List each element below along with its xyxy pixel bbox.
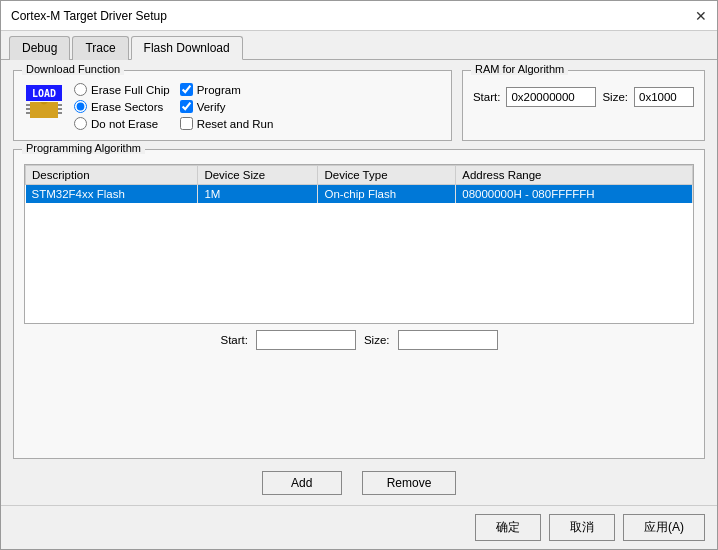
table-head: Description Device Size Device Type Addr… [26, 166, 693, 185]
svg-rect-6 [58, 104, 62, 106]
program-check[interactable]: Program [180, 83, 274, 96]
svg-rect-7 [58, 108, 62, 110]
add-button[interactable]: Add [262, 471, 342, 495]
content-area: Download Function LOAD [1, 60, 717, 505]
download-function-title: Download Function [22, 63, 124, 75]
verify-check[interactable]: Verify [180, 100, 274, 113]
ram-start-label: Start: [473, 91, 500, 103]
download-function-group: Download Function LOAD [13, 70, 452, 141]
prog-algo-title: Programming Algorithm [22, 142, 145, 154]
apply-button[interactable]: 应用(A) [623, 514, 705, 541]
radio-options: Erase Full Chip Erase Sectors Do not Era… [74, 83, 170, 130]
algo-table-wrapper: Description Device Size Device Type Addr… [24, 164, 694, 324]
tab-trace[interactable]: Trace [72, 36, 128, 60]
col-description: Description [26, 166, 198, 185]
df-inner: LOAD [24, 83, 441, 130]
cancel-button[interactable]: 取消 [549, 514, 615, 541]
svg-rect-4 [26, 108, 30, 110]
col-device-type: Device Type [318, 166, 456, 185]
action-buttons: Add Remove [13, 471, 705, 495]
cell-device-size: 1M [198, 185, 318, 204]
svg-rect-3 [26, 104, 30, 106]
algo-bottom-fields: Start: Size: [24, 330, 694, 350]
col-device-size: Device Size [198, 166, 318, 185]
programming-algo-group: Programming Algorithm Description Device… [13, 149, 705, 459]
table-row[interactable]: STM32F4xx Flash 1M On-chip Flash 0800000… [26, 185, 693, 204]
ram-size-label: Size: [602, 91, 628, 103]
algo-size-input[interactable] [398, 330, 498, 350]
svg-rect-5 [26, 112, 30, 114]
tab-debug[interactable]: Debug [9, 36, 70, 60]
table-body: STM32F4xx Flash 1M On-chip Flash 0800000… [26, 185, 693, 204]
ram-start-input[interactable] [506, 87, 596, 107]
check-options: Program Verify Reset and Run [180, 83, 274, 130]
footer: 确定 取消 应用(A) [1, 505, 717, 549]
cell-device-type: On-chip Flash [318, 185, 456, 204]
cell-description: STM32F4xx Flash [26, 185, 198, 204]
algo-size-label: Size: [364, 334, 390, 346]
tab-flash-download[interactable]: Flash Download [131, 36, 243, 60]
col-address-range: Address Range [456, 166, 693, 185]
do-not-erase-radio[interactable]: Do not Erase [74, 117, 170, 130]
algo-table: Description Device Size Device Type Addr… [25, 165, 693, 203]
cell-address-range: 08000000H - 080FFFFFH [456, 185, 693, 204]
algo-start-input[interactable] [256, 330, 356, 350]
ok-button[interactable]: 确定 [475, 514, 541, 541]
algo-start-label: Start: [220, 334, 247, 346]
ram-inner: Start: Size: [473, 87, 694, 107]
top-row: Download Function LOAD [13, 70, 705, 141]
tab-bar: Debug Trace Flash Download [1, 31, 717, 60]
erase-full-chip-radio[interactable]: Erase Full Chip [74, 83, 170, 96]
table-header-row: Description Device Size Device Type Addr… [26, 166, 693, 185]
svg-rect-8 [58, 112, 62, 114]
reset-run-check[interactable]: Reset and Run [180, 117, 274, 130]
main-window: Cortex-M Target Driver Setup ✕ Debug Tra… [0, 0, 718, 550]
window-title: Cortex-M Target Driver Setup [11, 9, 167, 23]
remove-button[interactable]: Remove [362, 471, 457, 495]
ram-size-input[interactable] [634, 87, 694, 107]
ram-group-title: RAM for Algorithm [471, 63, 568, 75]
svg-text:LOAD: LOAD [32, 88, 56, 99]
title-bar: Cortex-M Target Driver Setup ✕ [1, 1, 717, 31]
load-icon: LOAD [26, 85, 62, 121]
ram-group: RAM for Algorithm Start: Size: [462, 70, 705, 141]
close-button[interactable]: ✕ [695, 9, 707, 23]
erase-sectors-radio[interactable]: Erase Sectors [74, 100, 170, 113]
load-icon-area: LOAD [24, 83, 64, 123]
